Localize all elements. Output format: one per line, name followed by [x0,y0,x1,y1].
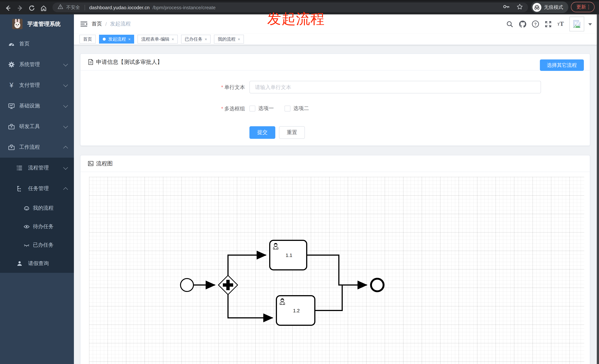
svg-text:?: ? [534,22,537,26]
tab-process-form-edit[interactable]: 流程表单-编辑 × [138,35,178,43]
close-icon[interactable]: × [238,37,240,41]
tree-list-icon [16,165,23,171]
checkbox-option-1[interactable]: 选项一 [249,105,274,112]
checkbox-icon[interactable] [249,106,255,111]
picture-icon [88,161,94,166]
diagram-header: 流程图 [80,155,590,172]
home-button[interactable] [38,2,50,14]
bpmn-diagram: 1.1 1.2 [89,177,584,364]
back-button[interactable] [2,2,14,14]
tab-label: 流程表单-编辑 [141,36,169,42]
sidebar-item-label: 已办任务 [33,242,53,248]
sidebar-item-task-management[interactable]: 任务管理 [0,178,74,199]
bpmn-end-event[interactable] [371,279,384,291]
incognito-label: 无痕模式 [544,4,563,10]
required-asterisk: * [221,106,223,111]
sidebar-logo-bar[interactable]: 芋道管理系统 [0,14,74,34]
reset-button[interactable]: 重置 [279,126,305,139]
eye-open-icon [24,224,30,230]
form-row-text: *单行文本 [80,81,590,93]
flow-task2-to-merge [315,285,342,311]
help-icon[interactable]: ? [532,14,539,34]
sidebar-item-done-tasks[interactable]: 已办任务 [0,236,74,254]
chevron-down-icon [63,103,68,107]
breadcrumb-home[interactable]: 首页 [92,21,102,27]
url-divider [84,5,85,10]
sidebar-item-todo-tasks[interactable]: 待办任务 [0,217,74,236]
fullscreen-icon[interactable] [545,14,552,34]
sidebar-toggle-icon[interactable] [80,20,88,28]
sidebar-item-label: 支付管理 [19,82,40,89]
form-row-checkbox: *多选框组 选项一 选项二 [80,102,590,115]
tab-home[interactable]: 首页 [79,35,96,43]
close-icon[interactable]: × [205,37,207,41]
diagram-title: 流程图 [96,160,113,167]
breadcrumb: 首页 / 发起流程 [92,14,131,34]
submit-button[interactable]: 提交 [249,126,275,139]
update-button[interactable]: 更新 [571,2,595,12]
bpmn-user-task-1[interactable]: 1.1 [270,240,307,270]
url-path[interactable]: /bpm/process-instance/create [153,5,216,10]
checkbox-icon[interactable] [284,106,291,111]
sidebar-item-home[interactable]: 首页 [0,34,74,54]
forward-button[interactable] [14,2,26,14]
single-line-text-input[interactable] [249,81,541,93]
select-other-process-button[interactable]: 选择其它流程 [540,59,584,71]
tab-start-process[interactable]: 发起流程 × [99,35,134,43]
bpmn-start-event[interactable] [181,279,194,291]
task-label: 1.2 [293,308,300,313]
user-icon [16,260,23,267]
tab-label: 发起流程 [108,36,126,42]
sidebar-item-system[interactable]: 系统管理 [0,54,74,75]
toolbox-icon [8,123,15,130]
app-header: 首页 / 发起流程 ? TT [74,14,599,34]
sidebar-item-leave-query[interactable]: 请假查询 [0,254,74,273]
bpmn-user-task-2[interactable]: 1.2 [276,296,315,325]
chevron-up-icon [63,187,68,192]
checkbox-option-2[interactable]: 选项二 [284,105,309,112]
sidebar-item-devtools[interactable]: 研发工具 [0,116,74,137]
process-diagram-card: 流程图 [80,155,590,364]
broken-image-icon [573,20,581,28]
checkbox-group: 选项一 选项二 [249,102,309,115]
flow-gateway-to-task1 [228,255,266,276]
sidebar-item-workflow[interactable]: 工作流程 [0,137,74,158]
tab-my-process[interactable]: 我的流程 × [214,35,244,43]
sidebar-item-process-management[interactable]: 流程管理 [0,158,74,178]
chevron-down-icon [63,165,68,169]
tab-done-tasks[interactable]: 已办任务 × [181,35,211,43]
form-actions: 提交 重置 [249,126,305,139]
flow-task1-to-end [307,255,367,285]
breadcrumb-separator: / [105,21,107,27]
github-icon[interactable] [519,14,527,34]
bpmn-parallel-gateway[interactable] [218,275,238,295]
reload-button[interactable] [26,2,38,14]
face-icon [24,205,30,211]
security-label[interactable]: 不安全 [66,4,80,10]
browser-menu-icon[interactable] [588,5,589,9]
key-icon[interactable] [503,4,510,11]
close-icon[interactable]: × [128,37,131,41]
avatar-dropdown-caret[interactable] [588,23,592,25]
bpmn-canvas[interactable]: 1.1 1.2 [89,177,584,364]
monitor-icon [8,103,15,109]
sidebar-item-label: 请假查询 [28,260,49,267]
sidebar-item-label: 待办任务 [33,223,53,230]
browser-nav-buttons [2,1,50,14]
apply-info-title: 申请信息【测试多审批人】 [96,59,163,66]
bookmark-star-icon[interactable] [517,3,523,11]
gear-icon [8,61,15,68]
incognito-badge: 无痕模式 [531,1,568,13]
yen-icon: ¥ [8,82,15,89]
sidebar-item-my-process[interactable]: 我的流程 [0,199,74,217]
avatar[interactable] [569,17,584,31]
sidebar-item-label: 基础设施 [19,103,40,109]
eye-closed-icon [24,242,30,248]
url-host[interactable]: dashboard.yudao.iocoder.cn [89,5,150,10]
close-icon[interactable]: × [172,37,174,41]
font-size-icon[interactable]: TT [557,14,564,34]
search-icon[interactable] [506,14,513,34]
sidebar-item-payment[interactable]: ¥ 支付管理 [0,75,74,96]
sidebar-item-infra[interactable]: 基础设施 [0,96,74,116]
browser-scrollbar[interactable] [597,14,599,364]
